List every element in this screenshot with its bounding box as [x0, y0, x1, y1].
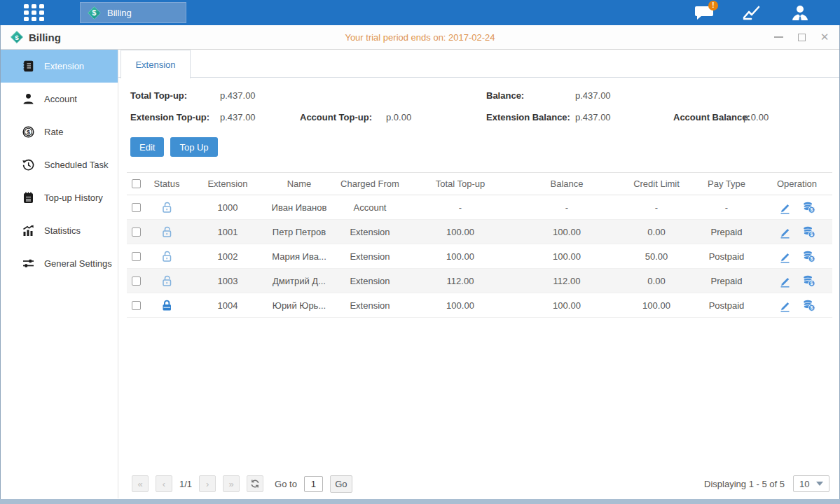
row-checkbox[interactable]: [132, 276, 141, 286]
refresh-icon[interactable]: [247, 475, 263, 492]
next-page-button[interactable]: ›: [199, 475, 216, 492]
page-size-value: 10: [799, 479, 809, 489]
topup-coins-icon[interactable]: $: [802, 274, 815, 288]
topup-coins-icon[interactable]: $: [802, 250, 815, 263]
sidebar-item-general-settings[interactable]: General Settings: [1, 247, 118, 280]
app-grid-icon[interactable]: [24, 4, 50, 21]
table-row: 1002Мария Ива...Extension100.00100.0050.…: [127, 244, 832, 269]
cell-extension: 1004: [188, 300, 267, 311]
page-size-select[interactable]: 10: [793, 475, 829, 492]
edit-pencil-icon[interactable]: [778, 201, 792, 214]
taskbar-billing-tab[interactable]: $ Billing: [80, 2, 186, 23]
svg-text:$: $: [15, 34, 19, 41]
billing-window: $ Billing Your trial period ends on: 201…: [0, 25, 840, 499]
taskbar-tab-label: Billing: [107, 8, 132, 18]
extension-balance-value: p.437.00: [575, 112, 611, 122]
rate-coin-icon: $: [22, 125, 35, 139]
maximize-button[interactable]: [797, 32, 806, 42]
edit-pencil-icon[interactable]: [778, 225, 792, 239]
column-header-extension: Extension: [188, 178, 267, 189]
goto-page-input[interactable]: [304, 476, 323, 492]
cell-credit-limit: -: [621, 202, 691, 213]
desktop-strip: [0, 499, 840, 504]
select-all-checkbox[interactable]: [132, 179, 141, 188]
extension-table: StatusExtensionNameCharged FromTotal Top…: [127, 172, 832, 318]
edit-pencil-icon[interactable]: [778, 299, 792, 312]
main-panel: Extension Total Top-up: p.437.00 Balance…: [118, 50, 839, 498]
edit-button[interactable]: Edit: [130, 137, 164, 157]
minimize-button[interactable]: [773, 32, 783, 42]
cell-credit-limit: 0.00: [621, 227, 691, 237]
cell-charged-from: Extension: [331, 251, 408, 262]
row-checkbox[interactable]: [132, 301, 141, 310]
cell-credit-limit: 0.00: [621, 276, 691, 286]
balance-value: p.437.00: [575, 90, 611, 101]
resource-monitor-icon[interactable]: [741, 4, 764, 22]
cell-total-topup: 100.00: [408, 251, 512, 262]
pagination-right: Displaying 1 - 5 of 5 10: [704, 475, 829, 492]
cell-credit-limit: 50.00: [621, 251, 691, 262]
column-header-operation: Operation: [762, 178, 832, 189]
topup-coins-icon[interactable]: $: [802, 201, 815, 214]
go-button[interactable]: Go: [330, 475, 352, 493]
sidebar-item-rate[interactable]: $Rate: [1, 115, 118, 148]
cell-total-topup: 112.00: [408, 276, 512, 286]
lock-open-icon: [160, 225, 173, 238]
cell-extension: 1000: [188, 202, 267, 213]
extension-topup-value: p.437.00: [220, 112, 256, 122]
sidebar-item-statistics[interactable]: Statistics: [1, 214, 118, 247]
svg-text:$: $: [811, 256, 813, 262]
cell-pay-type: Postpaid: [691, 251, 762, 262]
cell-charged-from: Account: [331, 202, 408, 213]
lock-closed-icon: [160, 299, 173, 312]
tab-extension[interactable]: Extension: [121, 50, 191, 78]
lock-open-icon: [160, 274, 173, 287]
cell-balance: -: [512, 202, 621, 213]
last-page-button[interactable]: »: [223, 475, 240, 492]
edit-pencil-icon[interactable]: [778, 274, 792, 288]
settings-sliders-icon: [22, 257, 35, 270]
sidebar-item-extension[interactable]: Extension: [1, 50, 118, 83]
topup-coins-icon[interactable]: $: [802, 299, 815, 312]
sidebar-item-label: Top-up History: [44, 192, 103, 203]
total-topup-value: p.437.00: [220, 90, 256, 101]
edit-pencil-icon[interactable]: [778, 250, 792, 263]
table-header-row: StatusExtensionNameCharged FromTotal Top…: [127, 172, 832, 195]
row-checkbox[interactable]: [132, 227, 141, 237]
table-row: 1004Юрий Юрь...Extension100.00100.00100.…: [127, 293, 832, 318]
extension-book-icon: [22, 59, 35, 73]
account-balance-value: p.0.00: [743, 112, 769, 122]
topup-coins-icon[interactable]: $: [802, 225, 815, 239]
cell-credit-limit: 100.00: [621, 300, 691, 311]
cell-pay-type: Prepaid: [691, 227, 762, 237]
user-account-icon[interactable]: [788, 4, 812, 22]
topup-ledger-icon: [22, 191, 35, 204]
cell-charged-from: Extension: [331, 276, 408, 286]
prev-page-button[interactable]: ‹: [156, 475, 172, 492]
row-checkbox[interactable]: [132, 203, 141, 212]
account-topup-value: p.0.00: [386, 112, 411, 122]
close-button[interactable]: ✕: [820, 32, 829, 42]
notifications-icon[interactable]: !: [693, 4, 717, 22]
first-page-button[interactable]: «: [132, 475, 149, 492]
table-row: 1001Петр ПетровExtension100.00100.000.00…: [127, 220, 832, 244]
cell-pay-type: Prepaid: [691, 276, 762, 286]
column-header-balance: Balance: [512, 178, 621, 189]
sidebar-item-label: Account: [44, 94, 77, 104]
lock-open-icon: [160, 201, 173, 214]
cell-total-topup: 100.00: [408, 227, 512, 237]
balance-summary: Total Top-up: p.437.00 Balance: p.437.00…: [118, 78, 839, 132]
billing-app-icon: $: [88, 6, 101, 20]
sidebar-item-label: Extension: [44, 61, 84, 71]
extension-balance-label: Extension Balance:: [486, 112, 570, 122]
sidebar-item-top-up-history[interactable]: Top-up History: [1, 181, 118, 214]
window-body: ExtensionAccount$RateScheduled TaskTop-u…: [1, 50, 839, 498]
topup-button[interactable]: Top Up: [170, 137, 217, 157]
sidebar-item-account[interactable]: Account: [1, 83, 118, 115]
sidebar-item-scheduled-task[interactable]: Scheduled Task: [1, 148, 118, 181]
row-checkbox[interactable]: [132, 252, 141, 261]
cell-extension: 1001: [188, 227, 267, 237]
account-balance-label: Account Balance:: [673, 112, 750, 122]
cell-balance: 112.00: [512, 276, 621, 286]
column-header-pay-type: Pay Type: [691, 178, 762, 189]
